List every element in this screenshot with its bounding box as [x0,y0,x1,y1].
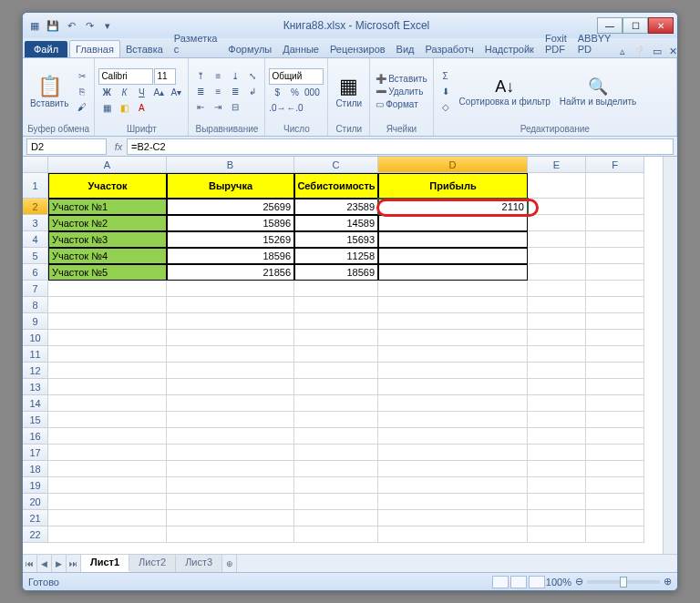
cut-icon[interactable]: ✂ [74,69,90,84]
number-format-select[interactable]: Общий [269,68,324,85]
decrease-decimal-icon[interactable]: ←.0 [286,101,303,116]
align-center-icon[interactable]: ≡ [210,85,226,99]
save-icon[interactable]: 💾 [45,17,61,34]
cell-empty[interactable] [528,346,586,363]
zoom-in-button[interactable]: ⊕ [664,576,672,588]
row-header-1[interactable]: 1 [23,173,48,199]
font-name-select[interactable]: Calibri [98,68,153,85]
cell-empty[interactable] [294,363,378,379]
qat-more-icon[interactable]: ▾ [99,17,116,34]
cell-empty[interactable] [528,445,586,461]
fill-color-button[interactable]: ◧ [116,101,132,116]
copy-icon[interactable]: ⎘ [74,85,90,99]
row-header-15[interactable]: 15 [23,412,48,428]
view-normal-button[interactable] [492,576,509,588]
cell-empty[interactable] [294,526,378,543]
cell-empty[interactable] [167,395,294,412]
cell-d4[interactable] [378,231,528,248]
align-left-icon[interactable]: ≣ [192,85,209,99]
cell-empty[interactable] [528,363,586,379]
cell-empty[interactable] [167,477,294,494]
cell-empty[interactable] [528,461,586,477]
cell-empty[interactable] [528,412,586,428]
spreadsheet-grid[interactable]: A B C D E F 1 Участок Выручка Себистоимо… [23,157,677,543]
tab-data[interactable]: Данные [277,41,324,57]
zoom-level[interactable]: 100% [546,577,571,588]
row-header-8[interactable]: 8 [23,297,48,313]
format-cells-button[interactable]: ▭Формат [374,98,428,110]
cell-empty[interactable] [294,346,378,363]
view-layout-button[interactable] [510,576,527,588]
formula-input[interactable]: =B2-C2 [127,138,674,155]
cell-a2[interactable]: Участок №1 [48,199,167,215]
align-top-icon[interactable]: ⤒ [192,69,209,84]
cell-empty[interactable] [586,428,644,445]
cell-empty[interactable] [586,526,644,543]
cell-empty[interactable] [586,379,644,395]
cell-empty[interactable] [294,510,378,526]
cell-empty[interactable] [167,494,294,510]
cell-f2[interactable] [586,199,644,215]
align-right-icon[interactable]: ≣ [227,85,243,99]
fill-icon[interactable]: ⬇ [438,85,454,99]
col-header-d[interactable]: D [378,157,528,173]
paste-button[interactable]: 📋 Вставить [26,73,72,110]
cell-empty[interactable] [167,363,294,379]
row-header-22[interactable]: 22 [23,526,48,543]
row-header-19[interactable]: 19 [23,477,48,494]
row-header-20[interactable]: 20 [23,494,48,510]
tab-abbyy[interactable]: ABBYY PD [572,30,617,57]
cell-d6[interactable] [378,264,528,281]
borders-button[interactable]: ▦ [98,101,115,116]
row-header-14[interactable]: 14 [23,395,48,412]
cell-empty[interactable] [48,330,167,346]
cell-empty[interactable] [48,281,167,297]
col-header-c[interactable]: C [294,157,378,173]
cell-empty[interactable] [378,510,528,526]
cell-empty[interactable] [586,281,644,297]
cell-f3[interactable] [586,215,644,231]
cell-empty[interactable] [586,445,644,461]
workbook-restore-icon[interactable]: ▭ [649,46,665,57]
sheet-tab-3[interactable]: Лист3 [176,555,222,572]
cell-empty[interactable] [586,477,644,494]
workbook-close-icon[interactable]: ✕ [665,46,678,57]
cell-empty[interactable] [294,395,378,412]
cell-empty[interactable] [167,510,294,526]
excel-icon[interactable]: ▦ [26,17,43,34]
sheet-nav-last[interactable]: ⏭ [67,555,81,572]
maximize-button[interactable]: ☐ [623,17,648,34]
new-sheet-button[interactable]: ⊕ [222,555,237,572]
cell-empty[interactable] [167,330,294,346]
cell-empty[interactable] [167,461,294,477]
cell-empty[interactable] [167,297,294,313]
horizontal-scrollbar[interactable] [237,555,677,572]
cell-empty[interactable] [48,346,167,363]
row-header-10[interactable]: 10 [23,330,48,346]
row-header-6[interactable]: 6 [23,264,48,281]
comma-icon[interactable]: 000 [304,86,320,100]
cell-empty[interactable] [48,526,167,543]
redo-icon[interactable]: ↷ [81,17,98,34]
cell-empty[interactable] [586,330,644,346]
cell-empty[interactable] [378,330,528,346]
cell-e6[interactable] [528,264,586,281]
row-header-16[interactable]: 16 [23,428,48,445]
cell-empty[interactable] [294,461,378,477]
cell-empty[interactable] [294,281,378,297]
cell-empty[interactable] [378,313,528,330]
row-header-21[interactable]: 21 [23,510,48,526]
cell-a5[interactable]: Участок №4 [48,248,167,264]
cell-empty[interactable] [167,428,294,445]
cell-e4[interactable] [528,231,586,248]
cell-empty[interactable] [586,363,644,379]
cell-empty[interactable] [167,412,294,428]
insert-cells-button[interactable]: ➕Вставить [374,73,428,85]
cell-d1[interactable]: Прибыль [378,173,528,199]
tab-review[interactable]: Рецензиров [324,41,391,57]
zoom-out-button[interactable]: ⊖ [575,576,583,588]
orientation-icon[interactable]: ⤡ [244,69,261,84]
cell-empty[interactable] [294,445,378,461]
cell-empty[interactable] [294,313,378,330]
cell-f6[interactable] [586,264,644,281]
